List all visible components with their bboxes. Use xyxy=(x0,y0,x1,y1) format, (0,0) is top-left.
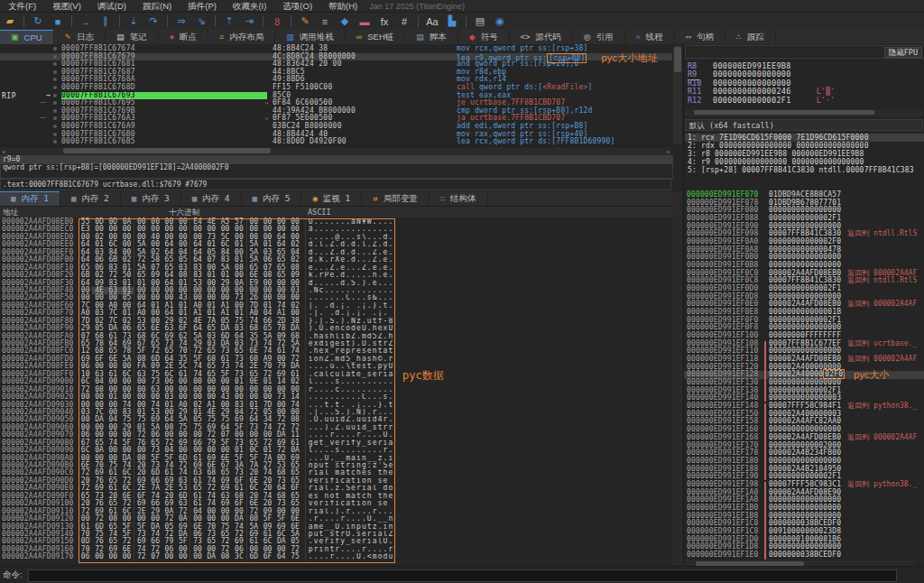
disassembly-hscrollbar[interactable]: ◄ ► xyxy=(0,146,672,155)
breakpoint-dot-icon[interactable] xyxy=(53,62,57,66)
tab-handles[interactable]: ▪▪句柄 xyxy=(675,30,725,44)
menu-item[interactable]: 调试(D) xyxy=(89,0,134,12)
tab-seh[interactable]: ∞SEH链 xyxy=(346,30,405,44)
callstack-bracket xyxy=(762,458,769,466)
menu-item[interactable]: 视图(V) xyxy=(44,0,89,12)
assemble-icon[interactable]: ✎ xyxy=(296,14,314,29)
step-over-icon[interactable]: ↷ xyxy=(144,14,162,29)
breakpoint-dot-icon[interactable] xyxy=(53,94,57,97)
tab-mem2[interactable]: ▦内存 2 xyxy=(60,191,121,206)
breakpoint-dot-icon[interactable] xyxy=(53,101,57,105)
scroll-right-icon[interactable]: ► xyxy=(667,147,670,155)
command-input[interactable] xyxy=(28,569,897,582)
tab-call-stack[interactable]: ▥调用堆栈 xyxy=(275,30,346,44)
dump-byte: 64 xyxy=(274,553,288,560)
step-into-icon[interactable]: ⇣ xyxy=(125,14,143,29)
step-out-icon[interactable]: ⇘ xyxy=(192,14,210,29)
restart-icon[interactable]: ↻ xyxy=(29,14,47,29)
graph-icon[interactable]: ▙ xyxy=(443,14,461,29)
scroll-left-icon[interactable]: ◄ xyxy=(2,147,5,155)
eraser-icon[interactable]: ▬ xyxy=(356,14,374,29)
argument-row[interactable]: 5: [rsp+28] 00007FF8B41C3830 ntdll.00007… xyxy=(685,166,924,174)
tab-script[interactable]: ▤脚本 xyxy=(405,30,458,44)
breakpoint-dot-icon[interactable] xyxy=(53,116,57,120)
register-row[interactable]: R1200000000000002F1L'·' xyxy=(688,97,835,105)
argument-row[interactable]: 1: rcx 7E1D96CD615F0000 7E1D96CD615F0000 xyxy=(685,134,924,142)
argument-row[interactable]: 2: rdx 0000000000000000 0000000000000000 xyxy=(685,142,924,150)
registers-pane[interactable]: 隐藏FPU R8000000ED991EE9B8R900000000000000… xyxy=(683,44,924,191)
tab-watch1[interactable]: ◉监视 1 xyxy=(301,191,362,206)
tab-source[interactable]: <>源代码 xyxy=(510,30,573,44)
hash-icon[interactable]: # xyxy=(395,14,413,29)
tab-breakpoints[interactable]: ●断点 xyxy=(159,30,208,44)
breakpoint-dot-icon[interactable] xyxy=(53,109,57,113)
toolbar-separator xyxy=(215,15,216,27)
dump-byte: 75 xyxy=(288,553,301,560)
menu-item[interactable]: 帮助(H) xyxy=(320,0,365,12)
registers-hscrollbar[interactable] xyxy=(685,109,923,116)
dump-ascii: ..........C...s. xyxy=(305,393,395,401)
menu-item[interactable]: 文件(F) xyxy=(0,0,44,12)
tab-mem4[interactable]: ▦内存 4 xyxy=(181,191,242,206)
breakpoint-dot-icon[interactable] xyxy=(53,133,57,136)
patches-icon[interactable]: 8 xyxy=(268,14,286,29)
dump-ascii: l....s.......... xyxy=(305,378,395,385)
breakpoint-dot-icon[interactable] xyxy=(53,86,57,89)
stack-row[interactable]: 000000ED991EF1E00000000038BCEDF0 xyxy=(684,551,924,560)
dump-byte: 00 xyxy=(176,553,190,560)
disasm-gutter: ┄┄ xyxy=(0,115,61,123)
menu-item[interactable]: 选项(O) xyxy=(274,0,320,12)
pause-icon[interactable]: ∥ xyxy=(97,14,115,29)
hide-fpu-button[interactable]: 隐藏FPU xyxy=(884,47,922,58)
labels-icon[interactable]: ◆ xyxy=(336,14,354,29)
calling-convention-header[interactable]: 默认 (x64 fastcall) xyxy=(685,119,923,131)
tab-struct[interactable]: ∷结构体 xyxy=(430,191,488,206)
stack-pane[interactable]: 000000ED991EF07001DBD9ACE8B8CA57000000ED… xyxy=(683,191,924,565)
notes-icon[interactable]: ▤ xyxy=(471,14,489,29)
dump-pane[interactable]: ▦内存 1▦内存 2▦内存 3▦内存 4▦内存 5◉监视 1⇄局部变量∷结构体 … xyxy=(0,191,672,565)
tab-memory-map[interactable]: ≡内存布局 xyxy=(208,30,275,44)
breakpoint-dot-icon[interactable] xyxy=(53,78,57,81)
tab-symbols[interactable]: ◆符号 xyxy=(458,30,510,44)
dump-ascii: rial matches the xyxy=(305,469,395,477)
tab-references[interactable]: ◎引用 xyxy=(573,30,625,44)
tab-mem3[interactable]: ▦内存 3 xyxy=(121,191,181,206)
breakpoint-dot-icon[interactable] xyxy=(53,55,57,59)
tab-cpu[interactable]: ▣CPU xyxy=(0,30,54,44)
menu-item[interactable]: 收藏夹(I) xyxy=(225,0,274,12)
dump-row[interactable]: 000002A4AFD09170060000007207000000DA083C… xyxy=(0,553,672,560)
breakpoint-dot-icon[interactable] xyxy=(53,140,57,143)
breakpoint-dot-icon[interactable] xyxy=(53,70,57,74)
execute-till-return-icon[interactable]: ⇡ xyxy=(220,14,238,29)
scrollbar-thumb[interactable] xyxy=(674,47,681,72)
disassembly-pane[interactable]: RIP 00007FF8B1C6767448:8B4C24 38mov rcx,… xyxy=(0,44,672,191)
globe-icon[interactable]: ◉ xyxy=(491,14,509,29)
memory-map-icon[interactable]: ≡ xyxy=(316,14,334,29)
disassembly-vscrollbar[interactable] xyxy=(673,45,682,144)
tab-mem1[interactable]: ▦内存 1 xyxy=(0,191,60,206)
tab-locals[interactable]: ⇄局部变量 xyxy=(362,191,429,206)
argument-row[interactable]: 3: r8 000000ED991EE9B8 000000ED991EE9B8 xyxy=(685,150,924,158)
disasm-row[interactable]: 00007FF8B1C676B548:8D0D D4920F00lea rcx,… xyxy=(0,138,672,146)
breakpoint-dot-icon[interactable] xyxy=(53,47,57,51)
tab-trace[interactable]: ∴跟踪 xyxy=(725,30,776,44)
stop-icon[interactable]: ■ xyxy=(49,14,67,29)
tab-mem5[interactable]: ▦内存 5 xyxy=(242,191,302,206)
font-icon[interactable]: Aa xyxy=(423,14,441,29)
run-icon[interactable]: → xyxy=(77,14,95,29)
menu-item[interactable]: 跟踪(N) xyxy=(134,0,180,12)
x64dbg-window: 文件(F)视图(V)调试(D)跟踪(N)插件(P)收藏夹(I)选项(O)帮助(H… xyxy=(0,0,924,583)
breakpoint-dot-icon[interactable] xyxy=(53,125,57,128)
scrollbar-thumb[interactable] xyxy=(63,148,271,153)
animate-into-icon[interactable]: ⇥ xyxy=(240,14,258,29)
fx-icon[interactable]: fx xyxy=(375,14,393,29)
tab-notes[interactable]: ▤笔记 xyxy=(106,30,159,44)
menu-item[interactable]: 插件(P) xyxy=(180,0,225,12)
tab-log[interactable]: ✎日志 xyxy=(54,30,106,44)
run-to-cursor-icon[interactable]: ⇒ xyxy=(172,14,190,29)
open-file-icon[interactable]: ▰ xyxy=(1,14,19,29)
scrollbar-thumb[interactable] xyxy=(694,110,874,115)
tab-threads[interactable]: ≈线程 xyxy=(625,30,675,44)
pane-splitter[interactable] xyxy=(672,191,683,565)
argument-row[interactable]: 4: r9 0000000000000000 0000000000000000 xyxy=(685,158,924,166)
